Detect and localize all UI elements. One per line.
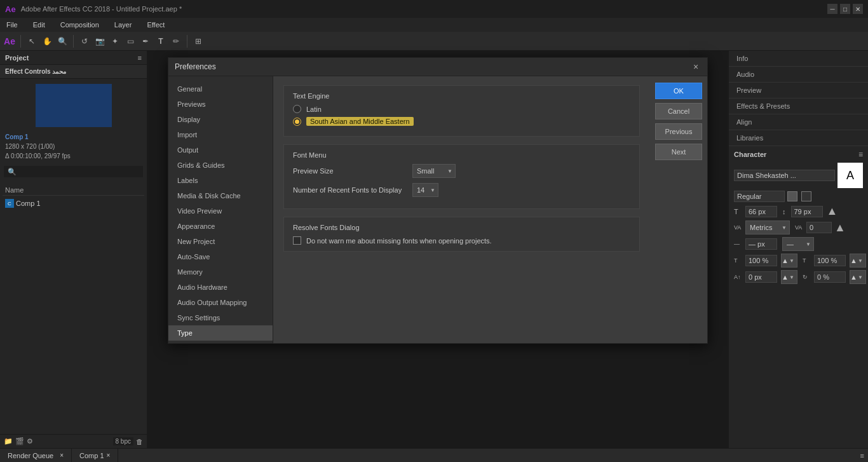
font-menu-section: Font Menu Preview Size Small Medium Larg… <box>283 144 640 209</box>
tracking-input[interactable] <box>806 222 832 233</box>
preview-size-select[interactable]: Small Medium Large <box>412 164 456 178</box>
new-folder-icon[interactable]: 📁 <box>4 437 13 445</box>
zoom-tool-icon[interactable]: 🔍 <box>57 36 68 47</box>
trash-icon[interactable]: 🗑 <box>136 438 143 445</box>
font-color-swatch[interactable] <box>787 191 797 201</box>
effect-controls-title: Effect Controls محمد <box>5 68 66 75</box>
panel-menu-icon[interactable]: ≡ <box>138 54 142 62</box>
tab-preview[interactable]: Preview <box>729 83 868 99</box>
pref-item-memory[interactable]: Memory <box>168 264 273 280</box>
pan-tool-icon[interactable]: ✦ <box>109 36 121 47</box>
pref-item-import[interactable]: Import <box>168 127 273 142</box>
pref-item-display[interactable]: Display <box>168 112 273 127</box>
missing-fonts-checkbox[interactable] <box>293 236 301 245</box>
pref-item-media-disk-cache[interactable]: Media & Disk Cache <box>168 188 273 203</box>
baseline-input[interactable] <box>745 271 777 283</box>
pref-item-appearance[interactable]: Appearance <box>168 219 273 234</box>
rotation-input[interactable] <box>814 271 846 283</box>
radio-latin[interactable] <box>293 105 301 113</box>
pref-item-video-preview[interactable]: Video Preview <box>168 203 273 219</box>
resolve-fonts-section: Resolve Fonts Dialog Do not warn me abou… <box>283 217 640 252</box>
tab-align[interactable]: Align <box>729 114 868 130</box>
close-button[interactable]: ✕ <box>853 4 863 14</box>
next-button[interactable]: Next <box>655 144 702 160</box>
pref-item-type[interactable]: Type <box>168 325 273 341</box>
dialog-overlay: Preferences × General Previews Display I… <box>147 51 728 448</box>
menu-file[interactable]: File <box>3 20 22 30</box>
app-logo-icon: Ae <box>4 36 15 47</box>
ok-button[interactable]: OK <box>655 83 702 99</box>
mask-tool-icon[interactable]: ▭ <box>125 36 136 47</box>
pref-item-grids-guides[interactable]: Grids & Guides <box>168 158 273 173</box>
project-search-input[interactable] <box>4 166 143 177</box>
timeline-menu-icon[interactable]: ≡ <box>857 452 868 459</box>
comp-tab[interactable]: Comp 1 × <box>72 449 118 462</box>
preview-size-row: Preview Size Small Medium Large <box>293 164 630 178</box>
pen-tool-icon[interactable]: ✒ <box>140 36 151 47</box>
render-queue-close-icon[interactable]: × <box>60 452 64 459</box>
text-tool-icon[interactable]: T <box>155 36 166 47</box>
scale-x-select[interactable]: ▲ <box>781 254 797 268</box>
pref-item-audio-hardware[interactable]: Audio Hardware <box>168 280 273 295</box>
bit-depth-badge[interactable]: 8 bpc <box>113 437 133 445</box>
rotation-select[interactable]: ▲ <box>850 270 866 284</box>
recent-fonts-label: Number of Recent Fonts to Display <box>293 186 407 194</box>
comp-tab-close-icon[interactable]: × <box>107 452 111 459</box>
menu-effect[interactable]: Effect <box>143 20 168 30</box>
align-icon[interactable]: ⊞ <box>193 36 204 47</box>
radio-south-asian[interactable] <box>293 118 301 126</box>
font-color-swatch-2[interactable] <box>801 191 811 201</box>
pref-item-labels[interactable]: Labels <box>168 173 273 188</box>
pref-item-sync-settings[interactable]: Sync Settings <box>168 310 273 325</box>
menu-edit[interactable]: Edit <box>29 20 49 30</box>
pref-item-previews[interactable]: Previews <box>168 97 273 112</box>
font-name-input[interactable] <box>734 170 835 181</box>
selection-tool-icon[interactable]: ↖ <box>26 36 37 47</box>
tab-libraries[interactable]: Libraries <box>729 130 868 146</box>
project-panel-title: Project <box>5 54 29 62</box>
comp-preview[interactable] <box>36 84 112 127</box>
brush-tool-icon[interactable]: ✏ <box>170 36 182 47</box>
preview-size-select-wrapper: Small Medium Large <box>412 164 456 178</box>
kerning-select[interactable]: Metrics <box>745 221 790 234</box>
maximize-button[interactable]: □ <box>840 4 850 14</box>
menu-composition[interactable]: Composition <box>57 20 103 30</box>
search-area <box>0 161 147 182</box>
tab-audio[interactable]: Audio <box>729 67 868 83</box>
scale-x-input[interactable] <box>745 255 777 266</box>
radio-south-asian-label: South Asian and Middle Eastern <box>306 117 414 126</box>
leading-input[interactable] <box>791 206 823 217</box>
pref-item-auto-save[interactable]: Auto-Save <box>168 249 273 264</box>
settings-icon[interactable]: ⚙ <box>27 437 33 445</box>
character-menu-icon[interactable]: ≡ <box>858 150 863 159</box>
tab-info[interactable]: Info <box>729 51 868 67</box>
pref-item-general[interactable]: General <box>168 81 273 97</box>
font-size-input[interactable] <box>745 206 777 217</box>
camera-tool-icon[interactable]: 📷 <box>94 36 105 47</box>
hand-tool-icon[interactable]: ✋ <box>41 36 53 47</box>
tab-effects-presets[interactable]: Effects & Presets <box>729 99 868 114</box>
font-style-input[interactable] <box>734 191 785 202</box>
dialog-close-button[interactable]: × <box>691 62 701 72</box>
list-item[interactable]: C Comp 1 <box>3 197 144 210</box>
title-bar-controls[interactable]: ─ □ ✕ <box>827 4 863 14</box>
pref-item-new-project[interactable]: New Project <box>168 234 273 249</box>
baseline-select[interactable]: ▲ <box>781 270 797 284</box>
cancel-button[interactable]: Cancel <box>655 103 702 119</box>
tsumi-select[interactable]: — <box>782 237 814 251</box>
minimize-button[interactable]: ─ <box>827 4 837 14</box>
scale-y-input[interactable] <box>814 255 846 266</box>
new-item-icon[interactable]: 🎬 <box>15 437 24 445</box>
scale-y-select[interactable]: ▲ <box>850 254 866 268</box>
previous-button[interactable]: Previous <box>655 123 702 140</box>
baseline-select-wrapper: ▲ <box>781 270 797 284</box>
rotate-tool-icon[interactable]: ↺ <box>79 36 90 47</box>
render-queue-tab[interactable]: Render Queue × <box>0 449 72 462</box>
pref-item-output[interactable]: Output <box>168 142 273 158</box>
timeline-area: Render Queue × Comp 1 × ≡ 0:00:00:00 000… <box>0 448 868 462</box>
tsumi-input[interactable] <box>745 238 777 250</box>
menu-layer[interactable]: Layer <box>111 20 136 30</box>
recent-fonts-select[interactable]: 5 10 14 20 <box>412 183 438 197</box>
comp-info-line1: 1280 x 720 (1/00) <box>0 142 147 151</box>
pref-item-audio-output-mapping[interactable]: Audio Output Mapping <box>168 295 273 310</box>
